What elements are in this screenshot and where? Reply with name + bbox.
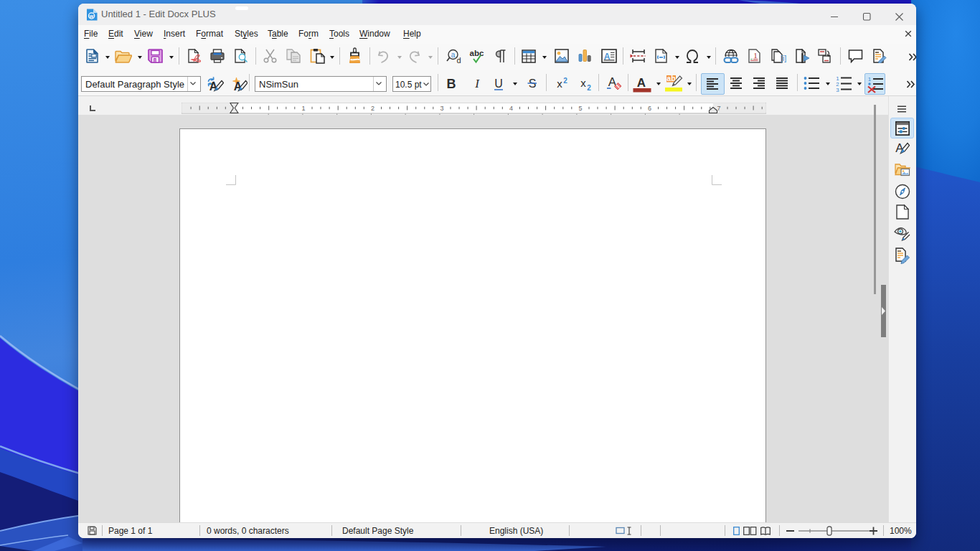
svg-text:2: 2 (563, 77, 567, 85)
svg-text:7: 7 (717, 105, 720, 112)
svg-text:6: 6 (647, 105, 651, 112)
svg-text:1: 1 (868, 76, 872, 83)
svg-text:2: 2 (370, 105, 374, 112)
svg-text:5: 5 (578, 105, 582, 112)
svg-text:[i]: [i] (781, 54, 787, 62)
svg-text:1: 1 (301, 105, 305, 112)
svg-text:3: 3 (440, 105, 443, 112)
svg-text:x: x (557, 77, 562, 90)
svg-text:A: A (637, 77, 646, 90)
svg-text:4: 4 (509, 105, 512, 112)
svg-text:a: a (451, 51, 456, 59)
svg-text:3: 3 (836, 87, 839, 93)
svg-text:1: 1 (753, 51, 758, 60)
svg-text:w: w (89, 14, 94, 19)
svg-text:2: 2 (587, 84, 591, 91)
svg-text:B: B (447, 77, 456, 90)
svg-text:U: U (494, 77, 503, 90)
svg-text:ab: ab (666, 75, 675, 83)
svg-text:x: x (580, 77, 586, 89)
svg-text:d: d (456, 56, 461, 65)
svg-text:abc: abc (470, 49, 484, 57)
svg-text:I: I (474, 77, 480, 90)
